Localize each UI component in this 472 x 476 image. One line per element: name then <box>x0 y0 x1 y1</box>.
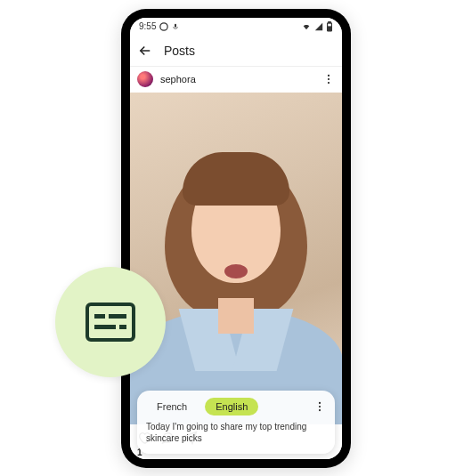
captions-icon <box>85 302 136 343</box>
wifi-icon <box>301 22 312 31</box>
svg-rect-4 <box>328 27 331 30</box>
phone-frame: 9:55 Posts sephora <box>121 9 351 468</box>
svg-point-0 <box>160 22 167 29</box>
screen: 9:55 Posts sephora <box>130 18 342 459</box>
svg-point-8 <box>319 401 321 403</box>
account-name[interactable]: sephora <box>160 74 315 85</box>
svg-point-6 <box>328 78 330 80</box>
svg-rect-14 <box>94 325 116 329</box>
svg-rect-11 <box>87 304 134 340</box>
svg-rect-1 <box>175 23 176 27</box>
svg-point-5 <box>328 75 330 77</box>
mic-icon <box>172 22 179 31</box>
avatar[interactable] <box>137 71 153 87</box>
signal-icon <box>314 22 323 31</box>
back-arrow-icon[interactable] <box>137 43 153 59</box>
caption-text: Today I'm going to share my top trending… <box>146 421 326 445</box>
more-options-icon[interactable] <box>322 73 335 85</box>
status-time: 9:55 <box>139 21 156 31</box>
svg-point-7 <box>328 82 330 84</box>
lang-tab-english[interactable]: English <box>205 398 258 415</box>
google-icon <box>159 22 168 31</box>
svg-rect-13 <box>109 314 126 319</box>
svg-rect-12 <box>94 314 105 319</box>
captions-badge <box>55 267 166 377</box>
svg-rect-3 <box>329 21 330 22</box>
svg-point-10 <box>319 409 321 411</box>
account-row: sephora <box>130 66 342 93</box>
caption-card: French English Today I'm going to share … <box>137 391 335 454</box>
app-header: Posts <box>130 36 342 66</box>
language-tabs: French English <box>146 398 326 415</box>
battery-icon <box>326 21 333 32</box>
caption-menu-icon[interactable] <box>313 400 326 413</box>
svg-rect-15 <box>119 325 126 329</box>
status-bar: 9:55 <box>130 18 342 36</box>
page-title: Posts <box>164 44 195 58</box>
svg-point-9 <box>319 405 321 407</box>
post-media[interactable] <box>130 93 342 424</box>
lang-tab-french[interactable]: French <box>146 398 198 415</box>
